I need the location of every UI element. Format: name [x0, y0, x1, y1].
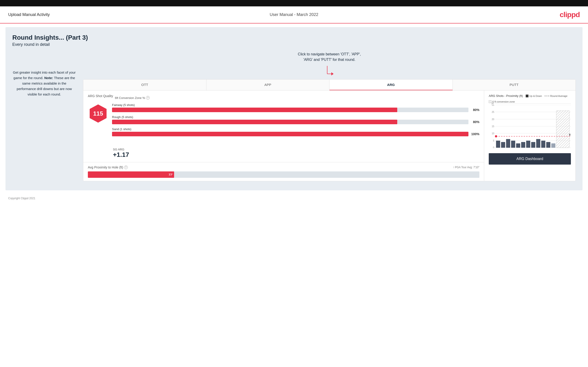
tab-bar: OTT APP ARG PUTT	[83, 80, 575, 91]
sg-section: SG ARG +1.17	[83, 148, 484, 162]
shot-quality-body: 115 Fairway (5 shots)	[83, 103, 484, 143]
main-content: Round Insights... (Part 3) Every round i…	[6, 27, 582, 190]
card-right-section: ARG Shots - Proximity (ft) Up & Down Rou…	[484, 91, 575, 181]
annotation-text: Click to navigate between 'OTT', 'APP','…	[83, 51, 576, 62]
bar-fill-sand	[112, 132, 468, 136]
chart-grid: 30	[489, 105, 571, 146]
top-bar	[0, 0, 588, 6]
chart-area: 30	[489, 105, 571, 150]
left-description-text: Get greater insight into each facet of y…	[13, 70, 76, 96]
proximity-fill: 77'	[88, 171, 174, 178]
legend-up-down: Up & Down	[526, 95, 542, 97]
insights-card: OTT APP ARG PUTT	[83, 79, 576, 181]
tab-putt[interactable]: PUTT	[453, 80, 576, 90]
bar-bg-fairway	[112, 108, 468, 112]
bar-fill-fairway	[112, 108, 397, 112]
shot-quality-header: ARG Shot Quality 6ft Conversion Zone % ?	[83, 91, 484, 103]
clippd-logo: clippd	[560, 10, 580, 19]
card-body: ARG Shot Quality 6ft Conversion Zone % ?	[83, 91, 575, 181]
legend-round-avg: Round Average	[545, 95, 567, 97]
manual-title: User Manual - March 2022	[270, 12, 318, 17]
left-description: Get greater insight into each facet of y…	[12, 70, 76, 97]
shot-quality-label: ARG Shot Quality	[88, 94, 113, 98]
footer: Copyright Clippd 2021	[0, 194, 588, 203]
svg-text:0: 0	[493, 146, 494, 148]
tab-ott[interactable]: OTT	[83, 80, 207, 90]
header: Upload Manual Activity User Manual - Mar…	[0, 6, 588, 24]
arg-dashboard-button[interactable]: ARG Dashboard	[489, 153, 571, 165]
tab-app[interactable]: APP	[207, 80, 330, 90]
upload-activity-link[interactable]: Upload Manual Activity	[8, 12, 50, 17]
copyright-text: Copyright Clippd 2021	[8, 197, 35, 200]
bar-bg-rough	[112, 120, 468, 124]
bar-rows: Fairway (5 shots) 80%	[112, 103, 479, 140]
conversion-label: 6ft Conversion Zone % ?	[115, 96, 150, 100]
page-subtitle: Every round in detail	[12, 42, 576, 47]
proximity-help-icon[interactable]: ?	[124, 166, 128, 169]
bar-fill-rough	[112, 120, 397, 124]
arrow-annotation	[83, 65, 576, 78]
bar-row-rough: Rough (5 shots) 80%	[112, 115, 479, 124]
proximity-section: Avg Proximity to Hole (ft) ? ↑ PGA Tour …	[83, 162, 484, 181]
hex-score-badge: 115	[88, 103, 108, 124]
tab-arg[interactable]: ARG	[329, 80, 453, 90]
content-layout: Get greater insight into each facet of y…	[12, 51, 576, 181]
bar-bg-sand	[112, 132, 468, 136]
page-title: Round Insights... (Part 3)	[12, 34, 576, 41]
svg-marker-2	[331, 72, 334, 75]
card-left-section: ARG Shot Quality 6ft Conversion Zone % ?	[83, 91, 484, 181]
right-panel: Click to navigate between 'OTT', 'APP','…	[83, 51, 576, 181]
bar-row-fairway: Fairway (5 shots) 80%	[112, 103, 479, 112]
help-icon[interactable]: ?	[146, 96, 150, 100]
proximity-bar: 77'	[88, 171, 479, 178]
bar-row-sand: Sand (1 shots) 100%	[112, 127, 479, 136]
chart-header: ARG Shots - Proximity (ft) Up & Down Rou…	[489, 94, 571, 103]
